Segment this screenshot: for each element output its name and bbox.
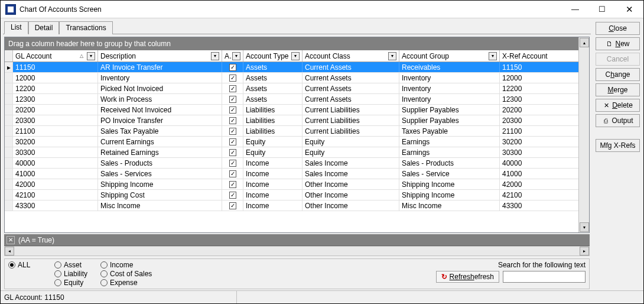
table-row[interactable]: 20300PO Invoice Transfer✓LiabilitiesCurr… [5,115,578,126]
scroll-up-icon[interactable]: ▴ [580,38,589,47]
refresh-button[interactable]: ↻Refreshefresh [436,271,499,283]
table-row[interactable]: 42100Shipping Cost✓IncomeOther IncomeShi… [5,190,578,200]
col-xref-account[interactable]: X-Ref Account [500,50,578,62]
table-row[interactable]: 30200Current Earnings✓EquityEquityEarnin… [5,137,578,147]
cell-account-type: Equity [243,147,303,157]
table-row[interactable]: 12000Inventory✓AssetsCurrent AssetsInven… [5,73,578,83]
table-row[interactable]: 42000Shipping Income✓IncomeOther IncomeS… [5,179,578,190]
col-account-group[interactable]: Account Group▾ [399,50,500,62]
data-grid[interactable]: ▸11150AR Invoice Transfer✓AssetsCurrent … [5,62,578,232]
cell-account-type: Income [243,190,303,200]
cell-xref: 30300 [500,147,578,157]
delete-button[interactable]: ✕Delete [596,99,640,112]
scroll-left-icon[interactable]: ◂ [5,247,14,256]
tab-detail[interactable]: Detail [28,21,60,34]
table-row[interactable]: 41000Sales - Services✓IncomeSales Income… [5,169,578,179]
cell-aa: ✓ [222,158,243,168]
row-indicator [5,179,13,189]
close-button[interactable]: Close [596,22,640,35]
cell-xref: 12000 [500,73,578,83]
cell-xref: 42100 [500,190,578,200]
search-hint: Search for the following text [498,261,586,269]
checkbox-icon: ✓ [229,96,236,103]
filter-dropdown-icon[interactable]: ▾ [211,52,219,60]
vertical-scrollbar[interactable]: ▴ ▾ [578,37,589,232]
cell-account-type: Assets [243,94,303,104]
table-row[interactable]: 21100Sales Tax Payable✓LiabilitiesCurren… [5,126,578,137]
minimize-button[interactable]: — [562,1,588,18]
row-indicator [5,158,13,168]
table-row[interactable]: 12300Work in Process✓AssetsCurrent Asset… [5,94,578,105]
radio-expense[interactable]: Expense [100,279,138,287]
cell-account-class: Current Assets [303,73,399,83]
clear-filter-button[interactable]: ✕ [6,236,15,244]
cell-account-group: Inventory [399,83,500,93]
app-icon [5,4,16,15]
row-indicator [5,147,13,157]
radio-income[interactable]: Income [100,261,136,269]
output-icon: ⎙ [602,117,609,124]
filter-panel: ALL Asset Income XXX Liability Cost of S… [4,258,590,289]
cell-account-class: Sales Income [303,169,399,179]
col-gl-account[interactable]: GL Account△▾ [13,50,98,62]
search-input[interactable] [503,271,586,283]
output-button[interactable]: ⎙Output [596,114,640,127]
merge-button[interactable]: Merge [596,83,640,96]
col-description[interactable]: Description▾ [98,50,222,62]
cell-account-class: Current Liabilities [303,105,399,115]
filter-dropdown-icon[interactable]: ▾ [232,52,240,60]
cell-aa: ✓ [222,115,243,125]
radio-liability[interactable]: Liability [54,270,90,278]
tab-list[interactable]: List [4,21,28,34]
tab-transactions[interactable]: Transactions [59,21,112,34]
radio-cost-of-sales[interactable]: Cost of Sales [100,270,157,278]
filter-dropdown-icon[interactable]: ▾ [489,52,497,60]
radio-equity[interactable]: Equity [54,279,90,287]
table-row[interactable]: ▸11150AR Invoice Transfer✓AssetsCurrent … [5,62,578,73]
col-aa[interactable]: AA▾ [222,50,243,62]
checkbox-icon: ✓ [229,106,236,114]
window-close-button[interactable]: ✕ [615,1,643,18]
row-selector-header [5,50,13,62]
cell-xref: 12300 [500,94,578,104]
cell-account-type: Income [243,200,303,211]
maximize-button[interactable]: ☐ [588,1,615,18]
status-text: GL Account: 11150 [1,291,237,303]
col-account-class[interactable]: Account Class▾ [303,50,399,62]
change-button[interactable]: Change [596,68,640,81]
cell-aa: ✓ [222,83,243,93]
refresh-icon: ↻ [441,273,447,281]
row-indicator [5,200,13,211]
filter-dropdown-icon[interactable]: ▾ [291,52,300,60]
col-account-type[interactable]: Account Type▾ [243,50,303,62]
scroll-right-icon[interactable]: ▸ [580,247,589,256]
cell-description: Current Earnings [98,137,222,147]
table-row[interactable]: 30300Retained Earnings✓EquityEquityEarni… [5,147,578,158]
cell-xref: 43300 [500,200,578,211]
checkbox-icon: ✓ [229,117,236,124]
cell-aa: ✓ [222,179,243,189]
checkbox-icon: ✓ [229,160,236,167]
cell-description: Picked Not Invoiced [98,83,222,93]
cell-description: Retained Earnings [98,147,222,157]
radio-asset[interactable]: Asset [54,261,90,269]
cell-account-group: Shipping Income [399,190,500,200]
horizontal-scrollbar[interactable]: ◂ ▸ [4,246,590,256]
filter-dropdown-icon[interactable]: ▾ [87,52,95,60]
mfg-xrefs-button[interactable]: Mfg X-Refs [596,139,640,152]
cell-account-group: Misc Income [399,200,500,211]
cell-aa: ✓ [222,190,243,200]
cell-gl: 20200 [13,105,98,115]
new-button[interactable]: 🗋New [596,37,640,50]
radio-all[interactable]: ALL [8,261,44,269]
filter-dropdown-icon[interactable]: ▾ [388,52,396,60]
row-indicator [5,115,13,125]
table-row[interactable]: 20200Received Not Invoiced✓LiabilitiesCu… [5,105,578,115]
table-row[interactable]: 12200Picked Not Invoiced✓AssetsCurrent A… [5,83,578,94]
table-row[interactable]: 43300Misc Income✓IncomeOther IncomeMisc … [5,200,578,211]
group-by-hint[interactable]: Drag a column header here to group by th… [5,37,578,50]
scroll-down-icon[interactable]: ▾ [580,222,589,232]
cell-xref: 30200 [500,137,578,147]
cell-account-class: Other Income [303,179,399,189]
table-row[interactable]: 40000Sales - Products✓IncomeSales Income… [5,158,578,169]
